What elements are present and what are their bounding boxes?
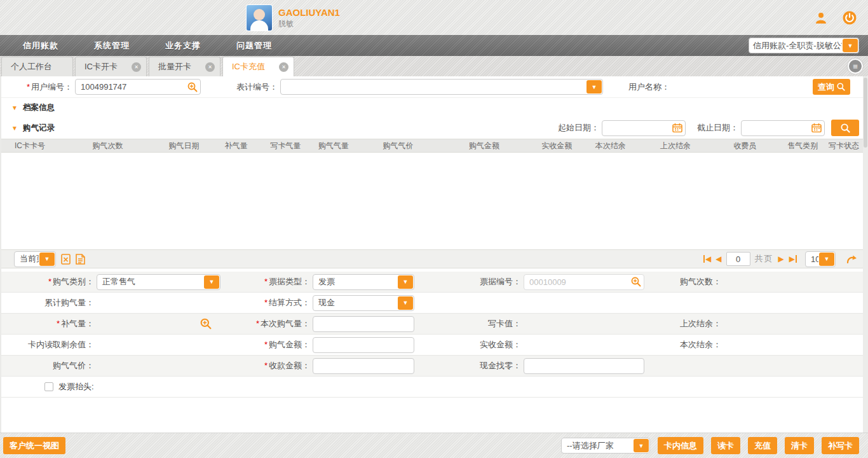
receive-amount-label: *收款金额： xyxy=(220,360,313,371)
column-header[interactable]: 售气类别 xyxy=(776,141,829,151)
column-header[interactable]: 补气量 xyxy=(211,141,262,151)
close-tab-icon[interactable]: ✕ xyxy=(279,62,288,72)
menu-item[interactable]: 问题管理 xyxy=(236,40,285,52)
export-file-icon[interactable] xyxy=(76,254,85,265)
chevron-down-icon[interactable]: ▼ xyxy=(39,253,55,266)
menu-item[interactable]: 信用账款 xyxy=(23,40,71,52)
meter-no-select[interactable]: ▼ xyxy=(280,79,603,95)
customer-view-button[interactable]: 客户统一视图 xyxy=(3,437,65,454)
scrollbar-thumb[interactable] xyxy=(864,78,867,148)
form-row: 累计购气量： *结算方式： 现金 ▼ xyxy=(1,293,867,314)
tab-ic-card-open[interactable]: IC卡开卡 ✕ xyxy=(75,57,147,76)
column-header[interactable]: 写卡状态 xyxy=(829,141,859,151)
recharge-button[interactable]: 充值 xyxy=(748,437,777,454)
current-page-input[interactable] xyxy=(726,252,750,266)
required-mark: * xyxy=(27,82,30,92)
column-header[interactable]: 写卡气量 xyxy=(262,141,309,151)
tab-ic-card-recharge[interactable]: IC卡充值 ✕ xyxy=(222,57,294,76)
purchase-section-header: ▼ 购气记录 起始日期： 截止日期： xyxy=(1,117,867,139)
export-excel-icon[interactable] xyxy=(61,254,71,265)
user-no-input[interactable] xyxy=(75,79,201,95)
user-no-label: *用户编号： xyxy=(1,81,72,93)
cash-change-input[interactable] xyxy=(524,358,644,374)
username: GAOLIUYAN1 xyxy=(278,7,340,18)
chevron-down-icon[interactable]: ▼ xyxy=(634,439,649,452)
form-row: 购气气价： *收款金额： 现金找零： xyxy=(1,356,867,377)
refresh-icon[interactable] xyxy=(846,254,858,264)
next-page-icon[interactable]: ▶ xyxy=(778,255,784,263)
card-info-button[interactable]: 卡内信息 xyxy=(658,437,703,454)
column-header[interactable]: 本次结余 xyxy=(584,141,637,151)
chevron-down-icon[interactable]: ▼ xyxy=(398,275,413,289)
chevron-down-icon[interactable]: ▼ xyxy=(819,253,834,266)
meter-no-label: 表计编号： xyxy=(236,81,278,93)
column-header[interactable]: 收费员 xyxy=(714,141,776,151)
last-page-icon[interactable]: ▶ xyxy=(789,255,797,263)
clear-card-button[interactable]: 清卡 xyxy=(785,437,814,454)
receive-amount-input[interactable] xyxy=(313,358,414,374)
tab-list-menu-icon[interactable]: ≡ xyxy=(848,59,863,74)
archive-section-header[interactable]: ▼ 档案信息 xyxy=(1,98,867,117)
vertical-scrollbar[interactable] xyxy=(863,76,868,433)
rewrite-card-button[interactable]: 补写卡 xyxy=(822,437,859,454)
calendar-icon[interactable] xyxy=(811,123,822,133)
close-tab-icon[interactable]: ✕ xyxy=(205,62,215,72)
chevron-down-icon[interactable]: ▼ xyxy=(398,296,413,310)
invoice-title-checkbox[interactable] xyxy=(44,382,53,391)
record-search-button[interactable] xyxy=(831,120,859,136)
username-subtitle: 脱敏 xyxy=(278,18,340,29)
column-header[interactable]: 上次结余 xyxy=(637,141,714,151)
current-gas-input[interactable] xyxy=(313,316,414,332)
amount-input[interactable] xyxy=(313,337,414,353)
avatar[interactable] xyxy=(247,5,272,31)
invoice-title-label: 发票抬头: xyxy=(58,381,94,392)
settle-mode-select[interactable]: 现金 ▼ xyxy=(313,295,414,311)
records-table-body[interactable] xyxy=(1,153,867,249)
ticket-no-input xyxy=(524,274,644,290)
prev-page-icon[interactable]: ◀ xyxy=(715,255,721,263)
user-profile-icon[interactable] xyxy=(815,12,827,24)
pagination-bar: 当前页 ▼ ◀ ◀ 共页 ▶ ▶ 10 ▼ xyxy=(1,249,867,268)
first-page-icon[interactable]: ◀ xyxy=(703,255,711,263)
close-tab-icon[interactable]: ✕ xyxy=(132,62,141,72)
read-card-button[interactable]: 读卡 xyxy=(711,437,740,454)
form-row: 卡内读取剩余值： *购气金额： 实收金额： 本次结余： xyxy=(1,335,867,356)
role-selector[interactable]: 信用账款-全职责-脱敏公司本 ▼ xyxy=(749,38,859,53)
chevron-down-icon[interactable]: ▼ xyxy=(587,80,602,94)
user-name-label: 用户名称： xyxy=(628,81,670,93)
logout-power-icon[interactable] xyxy=(843,11,857,25)
query-button[interactable]: 查询 xyxy=(813,79,850,95)
column-header[interactable]: IC卡卡号 xyxy=(1,141,58,151)
ticket-type-select[interactable]: 发票 ▼ xyxy=(313,274,414,290)
page-scope-value: 当前页 xyxy=(15,253,39,265)
tab-batch-open[interactable]: 批量开卡 ✕ xyxy=(149,57,220,76)
column-header[interactable]: 实收金额 xyxy=(530,141,583,151)
vendor-select[interactable]: --请选择厂家 ▼ xyxy=(561,438,650,454)
section-collapse-icon[interactable]: ▼ xyxy=(11,104,18,111)
settle-mode-label: *结算方式： xyxy=(220,297,313,309)
zoom-search-icon[interactable] xyxy=(631,277,641,287)
page-scope-select[interactable]: 当前页 ▼ xyxy=(14,251,56,267)
tab-personal-workbench[interactable]: 个人工作台 xyxy=(1,57,73,76)
column-header[interactable]: 购气次数 xyxy=(58,141,157,151)
menu-item[interactable]: 业务支撑 xyxy=(165,40,214,52)
chevron-down-icon[interactable]: ▼ xyxy=(204,275,219,289)
zoom-search-icon[interactable] xyxy=(200,318,212,330)
prev-balance-label: 上次结余： xyxy=(648,318,724,330)
archive-section-title: 档案信息 xyxy=(23,102,55,113)
chevron-down-icon[interactable]: ▼ xyxy=(843,39,858,52)
column-header[interactable]: 购气日期 xyxy=(157,141,210,151)
menu-item[interactable]: 系统管理 xyxy=(94,40,142,52)
page-size-select[interactable]: 10 ▼ xyxy=(805,251,836,267)
section-collapse-icon[interactable]: ▼ xyxy=(11,125,18,132)
form-row: *补气量： *本次购气量： 写卡值： 上次结余： xyxy=(1,314,867,335)
column-header[interactable]: 购气金额 xyxy=(438,141,530,151)
cash-change-label: 现金找零： xyxy=(416,360,524,371)
column-header[interactable]: 购气气量 xyxy=(309,141,358,151)
gas-price-label: 购气气价： xyxy=(1,360,97,371)
gas-type-select[interactable]: 正常售气 ▼ xyxy=(97,274,220,290)
purchase-section-title: 购气记录 xyxy=(23,123,55,134)
calendar-icon[interactable] xyxy=(672,123,682,133)
zoom-search-icon[interactable] xyxy=(187,82,198,92)
column-header[interactable]: 购气气价 xyxy=(358,141,438,151)
